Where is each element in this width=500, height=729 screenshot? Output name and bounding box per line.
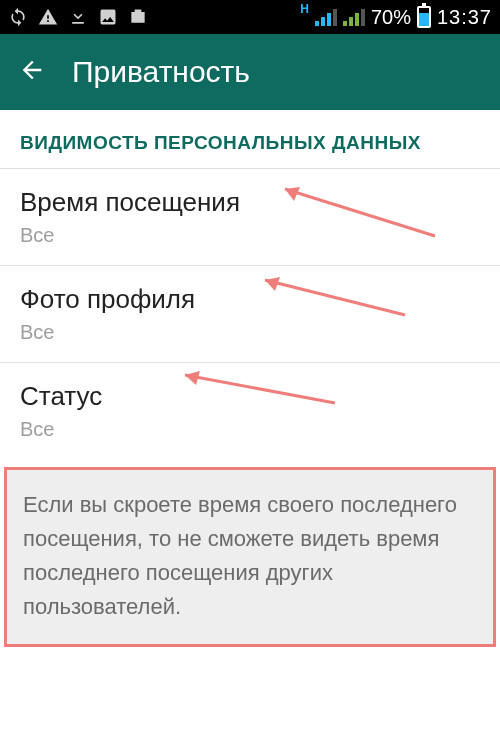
play-store-icon (128, 7, 148, 27)
page-title: Приватность (72, 55, 250, 89)
setting-title: Время посещения (20, 187, 480, 218)
sync-icon (8, 7, 28, 27)
setting-profile-photo[interactable]: Фото профиля Все (0, 266, 500, 362)
signal-sim1-icon (315, 8, 337, 26)
setting-value: Все (20, 224, 480, 247)
setting-value: Все (20, 418, 480, 441)
setting-value: Все (20, 321, 480, 344)
battery-percent: 70% (371, 6, 411, 29)
setting-title: Статус (20, 381, 480, 412)
app-bar: Приватность (0, 34, 500, 110)
setting-status[interactable]: Статус Все (0, 363, 500, 459)
image-icon (98, 7, 118, 27)
setting-last-seen[interactable]: Время посещения Все (0, 169, 500, 265)
info-box: Если вы скроете время своего последнего … (4, 467, 496, 647)
warning-icon (38, 7, 58, 27)
battery-icon (417, 6, 431, 28)
section-header: ВИДИМОСТЬ ПЕРСОНАЛЬНЫХ ДАННЫХ (0, 110, 500, 168)
signal-sim2-icon (343, 8, 365, 26)
back-button[interactable] (18, 56, 46, 88)
info-text: Если вы скроете время своего последнего … (23, 488, 477, 624)
download-icon (68, 7, 88, 27)
status-bar: H 70% 13:37 (0, 0, 500, 34)
clock: 13:37 (437, 6, 492, 29)
setting-title: Фото профиля (20, 284, 480, 315)
network-type: H (300, 2, 309, 16)
